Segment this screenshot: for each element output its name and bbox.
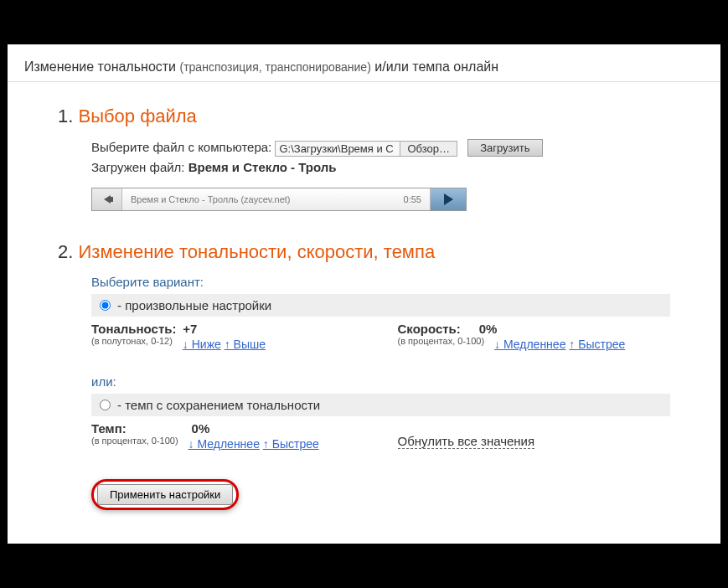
header-suffix: и/или темпа онлайн (374, 59, 498, 74)
speed-hint: (в процентах, 0-100) (398, 336, 485, 346)
tempo-value: 0% (192, 421, 210, 436)
section-1-heading: 1. Выбор файла (58, 106, 670, 127)
main-panel: Изменение тональности (транспозиция, тра… (8, 44, 720, 544)
audio-player[interactable]: Время и Стекло - Тролль (zaycev.net) 0:5… (91, 188, 467, 211)
header-paren: (транспозиция, транспонирование) (180, 60, 371, 74)
browse-button[interactable]: Обзор… (400, 141, 457, 157)
file-path: G:\Загрузки\Время и С (275, 141, 400, 157)
speed-down-link[interactable]: ↓ Медленнее (494, 338, 565, 351)
apply-button[interactable]: Применить настройки (97, 484, 233, 505)
tone-up-link[interactable]: ↑ Выше (225, 338, 266, 351)
section-2-num: 2. (58, 241, 73, 262)
header-prefix: Изменение тональности (24, 59, 176, 74)
player-time: 0:55 (404, 194, 421, 204)
tempo-down-link[interactable]: ↓ Медленнее (188, 437, 260, 451)
section-1-title: Выбор файла (78, 106, 196, 126)
tone-label: Тональность: (91, 322, 176, 336)
upload-button[interactable]: Загрузить (467, 139, 542, 157)
tempo-hint: (в процентах, 0-100) (91, 436, 178, 446)
speed-value: 0% (479, 322, 498, 336)
player-track-title: Время и Стекло - Тролль (zaycev.net) (131, 194, 291, 204)
player-track-bar[interactable]: Время и Стекло - Тролль (zaycev.net) 0:5… (122, 188, 431, 210)
play-icon (444, 193, 453, 205)
tone-block: Тональность: +7 (в полутонах, 0-12) ↓ Ни… (91, 322, 364, 351)
speed-label: Скорость: (398, 322, 461, 336)
page-header: Изменение тональности (транспозиция, тра… (8, 44, 720, 82)
section-1-num: 1. (58, 106, 73, 126)
choose-file-label: Выберите файл с компьютера: (91, 140, 271, 154)
or-label: или: (91, 374, 670, 389)
speaker-icon (104, 195, 111, 204)
tempo-label: Темп: (91, 421, 126, 436)
tempo-block: Темп: 0% (в процентах, 0-100) ↓ Медленне… (91, 421, 364, 451)
section-2-heading: 2. Изменение тональности, скорости, темп… (58, 241, 670, 263)
choose-variant-label: Выберите вариант: (91, 275, 670, 289)
radio-tempo-label: - темп с сохранением тональности (117, 398, 320, 412)
apply-highlight: Применить настройки (91, 479, 239, 510)
radio-row-custom[interactable]: - произвольные настройки (91, 294, 670, 317)
loaded-file-prefix: Загружен файл: (91, 160, 185, 174)
play-button[interactable] (431, 188, 466, 210)
loaded-file-name: Время и Стекло - Троль (188, 160, 337, 174)
reset-block: Обнулить все значения (398, 421, 671, 451)
volume-button[interactable] (92, 188, 122, 210)
speed-block: Скорость: 0% (в процентах, 0-100) ↓ Медл… (398, 322, 671, 351)
section-2-title: Изменение тональности, скорости, темпа (78, 241, 435, 262)
radio-custom-label: - произвольные настройки (117, 298, 271, 312)
radio-row-tempo[interactable]: - темп с сохранением тональности (91, 394, 670, 416)
tone-hint: (в полутонах, 0-12) (91, 336, 173, 346)
reset-link[interactable]: Обнулить все значения (398, 434, 535, 449)
tone-value: +7 (183, 322, 197, 336)
tone-down-link[interactable]: ↓ Ниже (183, 338, 221, 351)
radio-custom[interactable] (100, 300, 111, 311)
speed-up-link[interactable]: ↑ Быстрее (569, 338, 625, 351)
file-input[interactable]: G:\Загрузки\Время и С Обзор… (275, 141, 457, 157)
radio-tempo[interactable] (100, 400, 111, 410)
tempo-up-link[interactable]: ↑ Быстрее (263, 437, 319, 451)
